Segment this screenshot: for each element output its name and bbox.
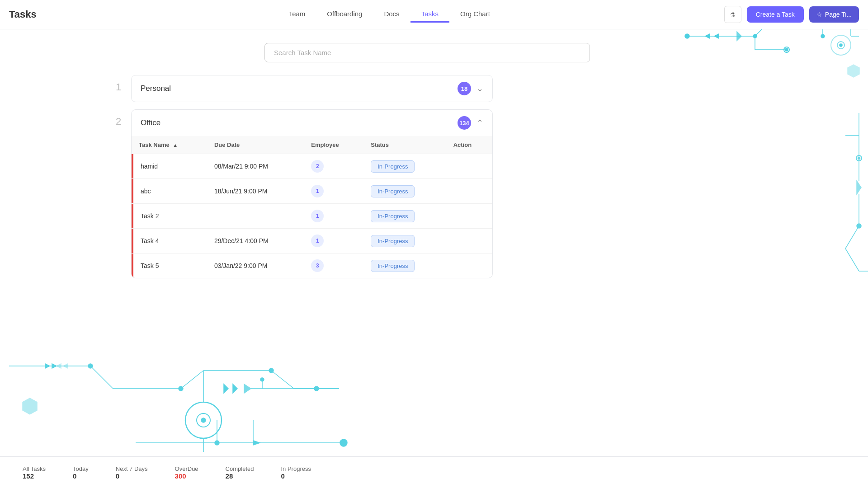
table-row: hamid 08/Mar/21 9:00 PM 2 In-Progress (132, 154, 492, 179)
stat-value: 0 (116, 472, 119, 480)
stat-label: OverDue (175, 465, 198, 472)
svg-point-49 (260, 378, 264, 381)
svg-point-37 (179, 386, 183, 391)
stat-item[interactable]: All Tasks 152 (23, 465, 46, 480)
group-office: Office 134 ⌃ Task Name ▲ (131, 109, 493, 278)
stat-item[interactable]: OverDue 300 (175, 465, 198, 480)
table-header-row: Task Name ▲ Due Date Employee Status Act… (132, 136, 492, 154)
group-personal-header[interactable]: Personal 18 ⌄ (131, 75, 493, 102)
status-badge: In-Progress (371, 160, 415, 173)
svg-line-30 (90, 366, 113, 389)
col-task-name: Task Name ▲ (132, 136, 207, 154)
group-personal-right: 18 ⌄ (458, 82, 483, 95)
table-row: Task 5 03/Jan/22 9:00 PM 3 In-Progress (132, 253, 492, 278)
svg-marker-57 (63, 364, 68, 368)
task-employee: 1 (304, 179, 363, 204)
task-name-cell[interactable]: abc (132, 179, 207, 204)
task-employee: 1 (304, 229, 363, 253)
filter-button[interactable]: ⚗ (724, 6, 741, 23)
task-employee: 2 (304, 154, 363, 179)
task-status: In-Progress (363, 179, 446, 204)
svg-line-34 (271, 371, 294, 389)
task-name-cell[interactable]: Task 5 (132, 253, 207, 278)
stat-label: Completed (226, 465, 254, 472)
chevron-down-icon: ⌄ (476, 84, 483, 94)
create-task-button[interactable]: Create a Task (747, 6, 804, 23)
app-title: Tasks (9, 9, 37, 20)
svg-marker-46 (244, 384, 251, 393)
group-office-count: 134 (458, 116, 471, 130)
stat-value: 0 (281, 472, 284, 480)
svg-marker-60 (253, 441, 260, 445)
svg-point-38 (269, 368, 274, 373)
svg-marker-54 (45, 364, 50, 368)
task-employee: 3 (304, 253, 363, 278)
page-title-button[interactable]: ☆ Page Ti... (809, 6, 859, 23)
svg-point-36 (88, 364, 93, 368)
task-name-cell[interactable]: Task 4 (132, 229, 207, 253)
group-number-1: 1 (113, 75, 124, 93)
task-due-date: 03/Jan/22 9:00 PM (207, 253, 304, 278)
svg-point-41 (201, 418, 206, 422)
task-name-cell[interactable]: Task 2 (132, 204, 207, 229)
col-action: Action (446, 136, 492, 154)
nav-tasks[interactable]: Tasks (410, 6, 449, 23)
table-row: Task 4 29/Dec/21 4:00 PM 1 In-Progress (132, 229, 492, 253)
group-office-title: Office (141, 118, 160, 127)
search-input[interactable] (264, 43, 590, 62)
group-personal-count: 18 (458, 82, 471, 95)
group-row-office: 2 Office 134 ⌃ Task Name (113, 109, 741, 278)
nav-docs[interactable]: Docs (373, 6, 410, 23)
filter-icon: ⚗ (730, 11, 736, 18)
table-row: abc 18/Jun/21 9:00 PM 1 In-Progress (132, 179, 492, 204)
task-action (446, 204, 492, 229)
header: Tasks Team Offboarding Docs Tasks Org Ch… (0, 0, 868, 29)
status-badge: In-Progress (371, 185, 415, 197)
nav-tabs: Team Offboarding Docs Tasks Org Chart (55, 6, 724, 23)
employee-badge: 1 (311, 210, 324, 222)
status-badge: In-Progress (371, 260, 415, 272)
task-status: In-Progress (363, 229, 446, 253)
svg-marker-53 (23, 398, 37, 414)
group-office-header[interactable]: Office 134 ⌃ (131, 109, 493, 136)
status-badge: In-Progress (371, 235, 415, 247)
task-status: In-Progress (363, 253, 446, 278)
svg-marker-56 (57, 364, 61, 368)
employee-badge: 3 (311, 259, 324, 272)
group-personal-title: Personal (141, 84, 171, 93)
task-due-date (207, 204, 304, 229)
header-actions: ⚗ Create a Task ☆ Page Ti... (724, 6, 859, 23)
group-office-right: 134 ⌃ (458, 116, 483, 130)
stat-item[interactable]: In Progress 0 (281, 465, 311, 480)
nav-team[interactable]: Team (278, 6, 316, 23)
svg-point-61 (340, 439, 347, 446)
col-employee: Employee (304, 136, 363, 154)
task-table-container: Task Name ▲ Due Date Employee Status Act… (131, 136, 493, 278)
svg-marker-44 (224, 384, 228, 393)
stat-item[interactable]: Completed 28 (226, 465, 254, 480)
nav-offboarding[interactable]: Offboarding (316, 6, 373, 23)
stat-value: 152 (23, 472, 34, 480)
stat-label: All Tasks (23, 465, 46, 472)
nav-orgchart[interactable]: Org Chart (449, 6, 501, 23)
task-due-date: 08/Mar/21 9:00 PM (207, 154, 304, 179)
task-name-cell[interactable]: hamid (132, 154, 207, 179)
task-due-date: 18/Jun/21 9:00 PM (207, 179, 304, 204)
task-groups: 1 Personal 18 ⌄ 2 Office 134 (113, 75, 741, 278)
group-personal: Personal 18 ⌄ (131, 75, 493, 102)
chevron-up-icon: ⌃ (476, 118, 483, 128)
task-employee: 1 (304, 204, 363, 229)
stat-item[interactable]: Today 0 (73, 465, 89, 480)
stat-value: 28 (226, 472, 233, 480)
task-action (446, 253, 492, 278)
col-due-date: Due Date (207, 136, 304, 154)
task-status: In-Progress (363, 204, 446, 229)
stat-item[interactable]: Next 7 Days 0 (116, 465, 148, 480)
group-row-personal: 1 Personal 18 ⌄ (113, 75, 741, 102)
table-row: Task 2 1 In-Progress (132, 204, 492, 229)
stat-label: Next 7 Days (116, 465, 148, 472)
stat-value: 300 (175, 472, 186, 480)
group-number-2: 2 (113, 109, 124, 127)
employee-badge: 1 (311, 235, 324, 247)
svg-line-32 (181, 371, 203, 389)
